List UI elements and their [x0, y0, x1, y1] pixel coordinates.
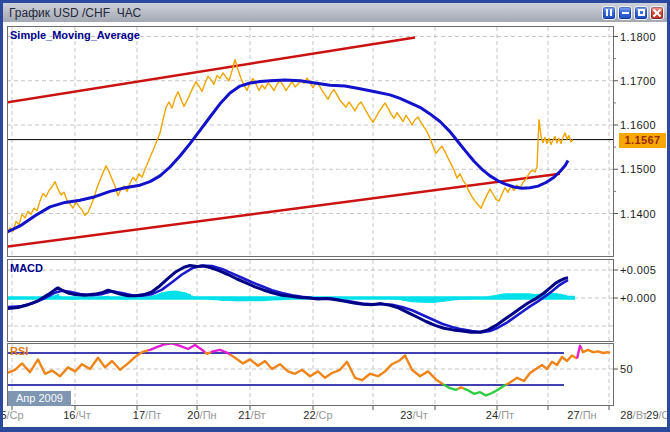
rsi-axis-label: 50 — [620, 362, 668, 376]
price-axis-label: 1.1400 — [620, 207, 668, 221]
maximize-icon — [638, 9, 645, 16]
rsi-segment — [582, 349, 611, 353]
x-axis-label: 27/Пн — [567, 409, 596, 421]
pause-button[interactable] — [602, 6, 616, 20]
rsi-segment — [464, 385, 506, 396]
minimize-button[interactable] — [618, 6, 632, 20]
price-plot — [7, 27, 613, 256]
chart-canvas[interactable] — [0, 0, 670, 432]
x-axis-label: 29/Ср — [646, 409, 670, 421]
axis-ticks — [12, 37, 618, 411]
macd-axis-label: +0.005 — [620, 263, 668, 277]
window-title: График USD /CHF ЧАС — [9, 6, 602, 20]
x-axis-label: 15/Ср — [0, 409, 24, 421]
current-price-badge: 1.1567 — [619, 133, 666, 148]
rsi-indicator-label: RSI — [10, 345, 28, 357]
x-axis-label: 28/Вт — [620, 409, 647, 421]
macd-plot — [7, 260, 613, 341]
titlebar[interactable]: График USD /CHF ЧАС — [3, 3, 667, 22]
rsi-segment — [205, 352, 211, 354]
price-axis-label: 1.1800 — [620, 30, 668, 44]
x-axis-label: 24/Пт — [486, 409, 514, 421]
rsi-segment — [458, 387, 464, 388]
macd-indicator-label: MACD — [10, 262, 43, 274]
rsi-segment — [148, 343, 205, 352]
x-axis-label: 17/Пт — [133, 409, 161, 421]
x-axis-label: 20/Пн — [187, 409, 216, 421]
pause-icon — [606, 9, 612, 16]
x-axis-label: 22/Ср — [303, 409, 332, 421]
window-controls — [602, 6, 664, 20]
sma-indicator-label: Simple_Moving_Average — [10, 29, 140, 41]
macd-axis-label: +0.000 — [620, 291, 668, 305]
x-axis-label: 23/Чт — [400, 409, 428, 421]
x-axis-label: 21/Вт — [238, 409, 265, 421]
x-axis-label: 16/Чт — [63, 409, 91, 421]
chart-window: График USD /CHF ЧАС Simple_Moving_Averag… — [0, 0, 670, 432]
rsi-plot — [7, 343, 613, 405]
close-button[interactable] — [650, 6, 664, 20]
price-axis-label: 1.1600 — [620, 118, 668, 132]
price-axis-label: 1.1500 — [620, 162, 668, 176]
price-axis-label: 1.1700 — [620, 74, 668, 88]
minimize-icon — [622, 12, 629, 14]
month-badge: Апр 2009 — [8, 391, 71, 406]
close-icon — [653, 9, 661, 17]
maximize-button[interactable] — [634, 6, 648, 20]
price-series — [7, 60, 573, 234]
rsi-segment — [506, 355, 577, 384]
rsi-segment — [577, 346, 582, 359]
